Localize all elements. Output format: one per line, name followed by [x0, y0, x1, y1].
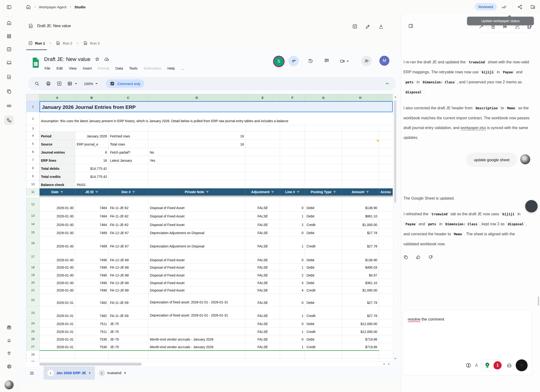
- table-header-doc-[interactable]: Doc #: [109, 188, 148, 196]
- row-number-8[interactable]: 8: [26, 164, 40, 172]
- cell[interactable]: FALSE: [245, 228, 280, 236]
- meet-button[interactable]: [340, 59, 350, 64]
- cell[interactable]: FALSE: [245, 335, 280, 343]
- cell[interactable]: $27.78: [342, 228, 379, 236]
- cell[interactable]: JE-79: [109, 343, 148, 351]
- cell[interactable]: 1: [280, 211, 305, 220]
- cell[interactable]: [379, 180, 393, 188]
- row-number-29[interactable]: 29: [26, 358, 40, 362]
- cell[interactable]: 2026-01-31: [40, 294, 75, 306]
- row-number-18[interactable]: 18: [26, 264, 40, 271]
- cell[interactable]: Fetched rows: [109, 132, 148, 140]
- cell[interactable]: [305, 358, 342, 362]
- menu-edit[interactable]: Edit: [56, 66, 63, 70]
- cell[interactable]: [280, 172, 305, 180]
- send-button[interactable]: [516, 359, 528, 371]
- menu-file[interactable]: File: [45, 66, 50, 70]
- cell[interactable]: PASS: [75, 180, 109, 188]
- anonymous-viewer[interactable]: [288, 56, 299, 66]
- row-number-22[interactable]: 22: [26, 294, 40, 306]
- cell[interactable]: ERP lines: [40, 156, 75, 164]
- cell[interactable]: [305, 125, 342, 132]
- row-number-16[interactable]: 16: [26, 236, 40, 250]
- run-tab-3[interactable]: Run 3: [81, 36, 102, 50]
- cell[interactable]: 2: [280, 271, 305, 279]
- cell[interactable]: FA-11-JE-62: [109, 220, 148, 228]
- cell[interactable]: [379, 125, 393, 132]
- cell[interactable]: January 2026: [75, 132, 109, 140]
- cell[interactable]: [245, 132, 280, 140]
- table-header-line-[interactable]: Line #: [280, 188, 305, 196]
- cell[interactable]: $719.86: [342, 343, 379, 351]
- menu-data[interactable]: Data: [115, 66, 123, 70]
- cell[interactable]: Disposal of Fixed Asset: [148, 211, 246, 220]
- download-button[interactable]: [378, 24, 384, 29]
- cell[interactable]: FALSE: [245, 236, 280, 250]
- cell[interactable]: [40, 351, 75, 358]
- vertical-scrollbar[interactable]: [393, 94, 397, 362]
- sheet-tab-truewind[interactable]: 1truewind▼: [95, 366, 130, 380]
- cell[interactable]: [109, 172, 148, 180]
- cell[interactable]: [245, 351, 280, 358]
- cell[interactable]: FA-12-JE-68: [109, 286, 148, 294]
- row-number-10[interactable]: 10: [26, 180, 40, 188]
- cell[interactable]: Debit: [305, 250, 342, 264]
- filter-icon[interactable]: [333, 190, 336, 194]
- cell[interactable]: $14,775.42: [75, 172, 109, 180]
- sidebar-item-settings[interactable]: [4, 362, 14, 371]
- cell[interactable]: No: [148, 148, 246, 156]
- cell[interactable]: [245, 125, 280, 132]
- cell[interactable]: Credit: [305, 327, 342, 335]
- cell[interactable]: JE-75: [109, 319, 148, 327]
- status-badge[interactable]: Reviewed: [475, 3, 497, 10]
- cell[interactable]: 0: [280, 228, 305, 236]
- cell[interactable]: [148, 125, 246, 132]
- cell[interactable]: [148, 319, 246, 327]
- cell[interactable]: [379, 156, 393, 164]
- table-format-button[interactable]: [67, 81, 73, 86]
- breadcrumb-workpaper-agent[interactable]: Workpaper Agent: [39, 5, 66, 9]
- cell[interactable]: FALSE: [245, 271, 280, 279]
- cell[interactable]: [305, 156, 342, 164]
- cell[interactable]: [342, 125, 379, 132]
- row-number-13[interactable]: 13: [26, 211, 40, 220]
- cell[interactable]: $1,000.00: [342, 286, 379, 294]
- cell[interactable]: Depreciation Adjustment on Disposal: [148, 236, 246, 250]
- cell[interactable]: [379, 271, 393, 279]
- row-number-9[interactable]: 9: [26, 172, 40, 180]
- cell[interactable]: Depreciation of fixed asset: 2026-01-01 …: [148, 294, 246, 306]
- cell[interactable]: [379, 264, 393, 271]
- row-number-12[interactable]: 12: [26, 197, 40, 211]
- cell[interactable]: 7489: [75, 228, 109, 236]
- cell[interactable]: [148, 358, 246, 362]
- cell[interactable]: 2026-01-31: [40, 343, 75, 351]
- table-header-accou[interactable]: Accou: [379, 188, 393, 196]
- caret-down-icon[interactable]: [73, 81, 79, 86]
- cell[interactable]: [148, 164, 246, 172]
- row-number-2[interactable]: 2: [26, 112, 40, 125]
- cell[interactable]: Source: [40, 140, 75, 148]
- cell[interactable]: 1: [280, 327, 305, 335]
- cell[interactable]: Debit: [305, 294, 342, 306]
- cell[interactable]: [379, 250, 393, 264]
- edit-button[interactable]: [365, 24, 371, 29]
- cell[interactable]: 7511: [75, 319, 109, 327]
- cell[interactable]: $861.10: [342, 211, 379, 220]
- cell[interactable]: 0: [280, 250, 305, 264]
- row-number-14[interactable]: 14: [26, 220, 40, 228]
- cell[interactable]: FA-12-JE-68: [109, 264, 148, 271]
- cell[interactable]: 2026-01-30: [40, 236, 75, 250]
- sidebar-item-gifts[interactable]: [4, 322, 14, 332]
- cell[interactable]: [379, 351, 393, 358]
- cell[interactable]: Disposal of Fixed Asset: [148, 271, 246, 279]
- chat-scroll-thumb[interactable]: [538, 297, 539, 306]
- cell[interactable]: [245, 358, 280, 362]
- row-number-6[interactable]: 6: [26, 148, 40, 156]
- hard-drive-icon[interactable]: [507, 363, 512, 368]
- menu-help[interactable]: Help: [167, 66, 175, 70]
- cell[interactable]: FALSE: [245, 250, 280, 264]
- search-button[interactable]: [34, 81, 40, 86]
- cell[interactable]: FALSE: [245, 306, 280, 319]
- cell[interactable]: [379, 172, 393, 180]
- cell[interactable]: 3: [280, 279, 305, 286]
